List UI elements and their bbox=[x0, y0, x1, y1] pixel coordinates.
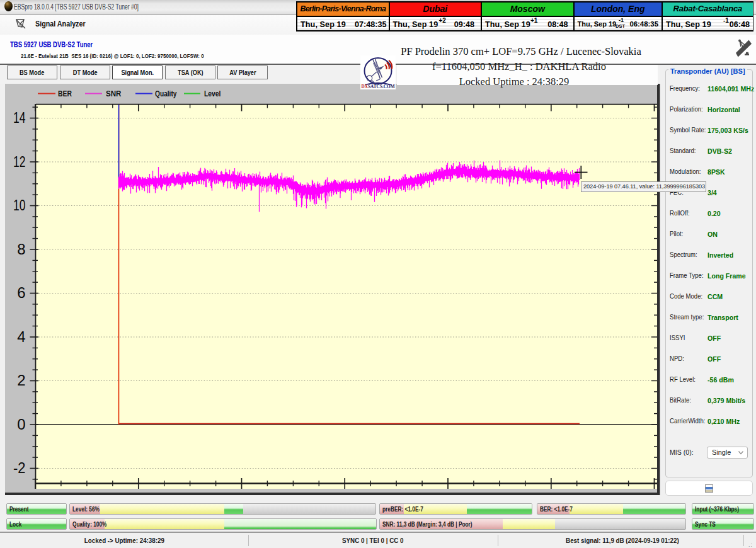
svg-text:BER: BER bbox=[58, 89, 72, 98]
svg-text:2: 2 bbox=[17, 372, 25, 389]
svg-text:Level: Level bbox=[204, 89, 221, 98]
svg-text:6: 6 bbox=[17, 284, 25, 301]
svg-text:4: 4 bbox=[17, 328, 25, 345]
svg-text:14: 14 bbox=[13, 109, 26, 126]
svg-text:Quality: Quality bbox=[155, 89, 177, 98]
svg-text:12: 12 bbox=[13, 153, 26, 170]
svg-text:SNR: SNR bbox=[106, 89, 122, 98]
svg-text:8: 8 bbox=[17, 241, 25, 258]
svg-text:0: 0 bbox=[17, 416, 25, 433]
svg-text:DXSATCS.COM: DXSATCS.COM bbox=[361, 84, 394, 89]
svg-text:-2: -2 bbox=[13, 459, 26, 476]
svg-text:10: 10 bbox=[13, 197, 26, 214]
